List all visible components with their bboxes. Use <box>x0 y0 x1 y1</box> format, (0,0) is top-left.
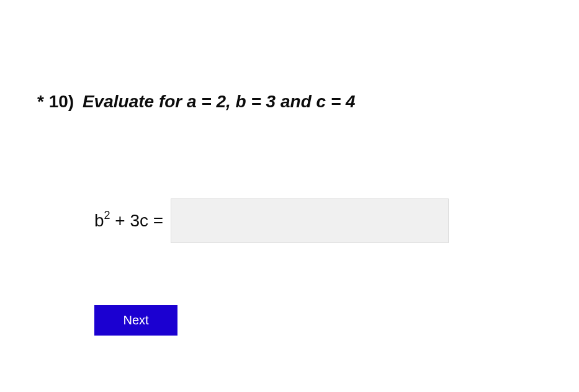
expression-row: b2 + 3c = <box>94 198 449 243</box>
expr-exponent: 2 <box>104 209 110 221</box>
question-number: 10) <box>49 92 74 111</box>
next-button[interactable]: Next <box>94 305 177 336</box>
expression-label: b2 + 3c = <box>94 210 163 231</box>
expr-rest: + 3c = <box>110 212 164 231</box>
answer-input[interactable] <box>171 198 449 243</box>
question-instruction: Evaluate for a = 2, b = 3 and c = 4 <box>83 92 356 111</box>
question-prompt: * 10) Evaluate for a = 2, b = 3 and c = … <box>37 92 356 112</box>
expr-base: b <box>94 212 104 231</box>
required-indicator: * <box>37 92 44 111</box>
